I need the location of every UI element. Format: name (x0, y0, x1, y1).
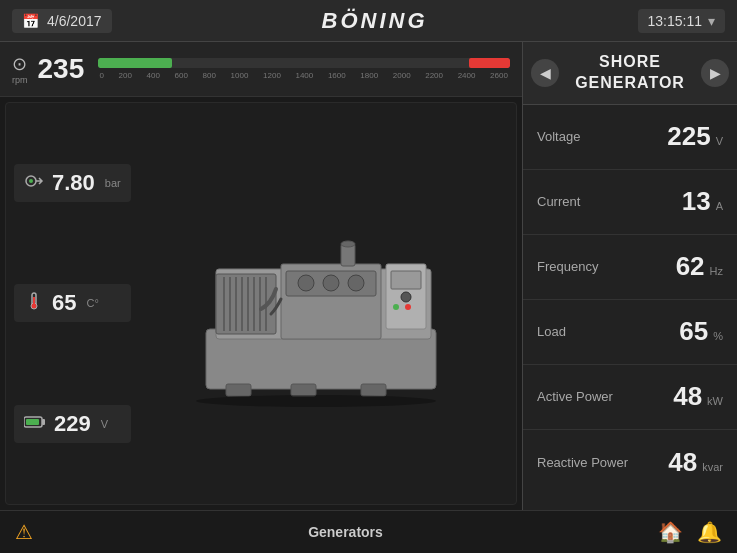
active-power-label: Active Power (537, 389, 613, 404)
temperature-icon (24, 291, 44, 315)
svg-point-30 (341, 241, 355, 247)
shore-title: SHORE GENERATOR (575, 52, 685, 94)
svg-point-23 (348, 275, 364, 291)
svg-point-1 (29, 179, 33, 183)
frequency-row: Frequency 62 Hz (523, 235, 737, 300)
rpm-bar-green (98, 58, 172, 68)
reactive-power-row: Reactive Power 48 kvar (523, 430, 737, 495)
current-row: Current 13 A (523, 170, 737, 235)
battery-value: 229 (54, 411, 91, 437)
current-value: 13 (682, 186, 711, 217)
svg-point-21 (298, 275, 314, 291)
frequency-unit: Hz (710, 265, 723, 277)
time-display: 13:15:11 (648, 13, 703, 29)
generator-image (126, 113, 506, 494)
svg-point-34 (196, 395, 436, 407)
reactive-power-unit: kvar (702, 461, 723, 473)
rpm-bar-red (469, 58, 510, 68)
bottom-center-label: Generators (308, 524, 383, 540)
warning-icon[interactable]: ⚠ (15, 520, 33, 544)
svg-point-27 (393, 304, 399, 310)
date-display: 4/6/2017 (47, 13, 102, 29)
rpm-bar-track (98, 58, 511, 68)
svg-rect-7 (26, 419, 39, 425)
main-content: ⊙ rpm 235 0 200 400 600 800 1000 1200 14… (0, 42, 737, 510)
oil-pressure-indicator: 7.80 bar (14, 164, 131, 202)
chevron-down-icon[interactable]: ▾ (708, 13, 715, 29)
oil-pressure-value: 7.80 (52, 170, 95, 196)
rpm-section: ⊙ rpm 235 0 200 400 600 800 1000 1200 14… (0, 42, 522, 97)
shore-next-button[interactable]: ▶ (701, 59, 729, 87)
reactive-power-value: 48 (668, 447, 697, 478)
rpm-bar-container: 0 200 400 600 800 1000 1200 1400 1600 18… (98, 58, 511, 80)
current-unit: A (716, 200, 723, 212)
generator-svg (176, 189, 456, 419)
battery-icon (24, 415, 46, 433)
left-indicators: 7.80 bar 65 C° (14, 103, 131, 504)
svg-point-26 (401, 292, 411, 302)
active-power-unit: kW (707, 395, 723, 407)
left-panel: ⊙ rpm 235 0 200 400 600 800 1000 1200 14… (0, 42, 522, 510)
temperature-value: 65 (52, 290, 76, 316)
voltage-row: Voltage 225 V (523, 105, 737, 170)
svg-rect-31 (226, 384, 251, 396)
bottom-left: ⚠ (15, 520, 33, 544)
svg-rect-25 (391, 271, 421, 289)
load-unit: % (713, 330, 723, 342)
current-label: Current (537, 194, 580, 209)
oil-pressure-unit: bar (105, 177, 121, 189)
oil-icon (24, 171, 44, 195)
active-power-value: 48 (673, 381, 702, 412)
voltage-value: 225 (667, 121, 710, 152)
active-power-row: Active Power 48 kW (523, 365, 737, 430)
voltage-label: Voltage (537, 129, 580, 144)
load-label: Load (537, 324, 566, 339)
bottom-bar: ⚠ Generators 🏠 🔔 (0, 510, 737, 553)
battery-unit: V (101, 418, 108, 430)
temperature-indicator: 65 C° (14, 284, 131, 322)
generator-area: 7.80 bar 65 C° (5, 102, 517, 505)
battery-indicator: 229 V (14, 405, 131, 443)
svg-point-28 (405, 304, 411, 310)
shore-data: Voltage 225 V Current 13 A Frequency 62 … (523, 105, 737, 510)
bottom-right: 🏠 🔔 (658, 520, 722, 544)
svg-rect-6 (42, 419, 45, 425)
shore-header: ◀ SHORE GENERATOR ▶ (523, 42, 737, 105)
top-bar: 📅 4/6/2017 BÖNING 13:15:11 ▾ (0, 0, 737, 42)
rpm-value: 235 (38, 53, 88, 85)
frequency-value: 62 (676, 251, 705, 282)
home-icon[interactable]: 🏠 (658, 520, 683, 544)
svg-rect-32 (291, 384, 316, 396)
time-widget[interactable]: 13:15:11 ▾ (638, 9, 726, 33)
brand-logo: BÖNING (322, 8, 428, 34)
rpm-gauge-icon: ⊙ (12, 53, 27, 75)
voltage-unit: V (716, 135, 723, 147)
load-value: 65 (679, 316, 708, 347)
load-row: Load 65 % (523, 300, 737, 365)
right-panel: ◀ SHORE GENERATOR ▶ Voltage 225 V Curren… (522, 42, 737, 510)
svg-rect-33 (361, 384, 386, 396)
calendar-icon: 📅 (22, 13, 39, 29)
reactive-power-label: Reactive Power (537, 455, 628, 470)
frequency-label: Frequency (537, 259, 598, 274)
rpm-scale: 0 200 400 600 800 1000 1200 1400 1600 18… (98, 71, 511, 80)
date-widget[interactable]: 📅 4/6/2017 (12, 9, 112, 33)
temperature-unit: C° (86, 297, 98, 309)
svg-point-22 (323, 275, 339, 291)
rpm-icon-group: ⊙ rpm (12, 53, 28, 85)
shore-prev-button[interactable]: ◀ (531, 59, 559, 87)
rpm-label: rpm (12, 75, 28, 85)
bell-icon[interactable]: 🔔 (697, 520, 722, 544)
